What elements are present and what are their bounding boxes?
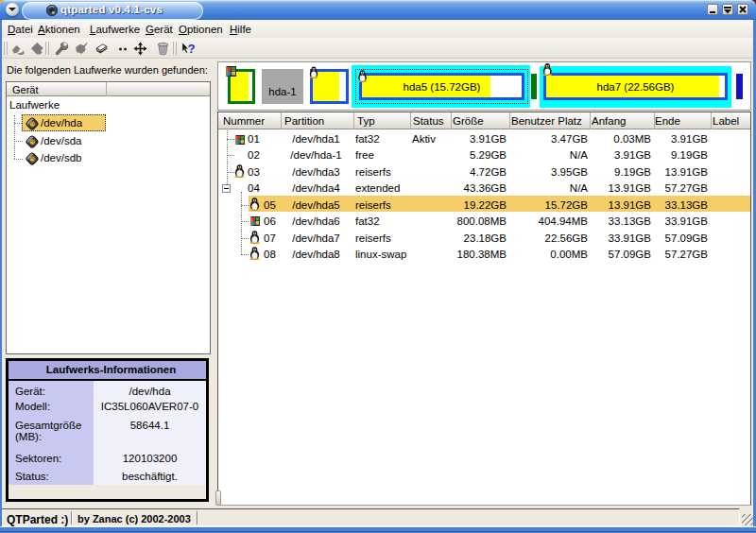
- svg-text:?: ?: [188, 42, 196, 56]
